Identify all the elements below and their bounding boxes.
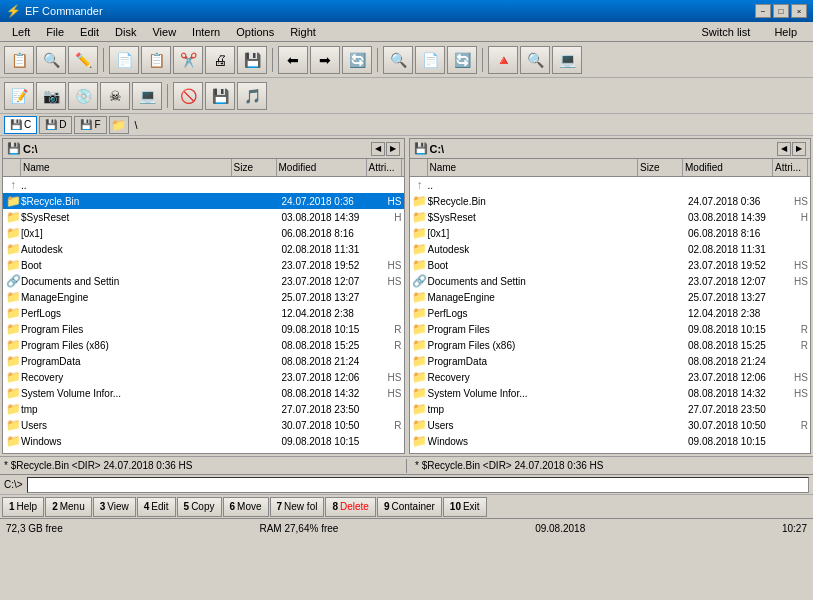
- right-col-name[interactable]: Name: [428, 159, 639, 176]
- file-row[interactable]: 📁 tmp 27.07.2018 23:50: [410, 401, 811, 417]
- file-row[interactable]: 📁 System Volume Infor... 08.08.2018 14:3…: [3, 385, 404, 401]
- drive-c-button[interactable]: 💾 C: [4, 116, 37, 134]
- file-row[interactable]: 📁 Program Files 09.08.2018 10:15 R: [410, 321, 811, 337]
- menu-item-intern[interactable]: Intern: [184, 24, 228, 40]
- close-button[interactable]: ×: [791, 4, 807, 18]
- file-row-up[interactable]: ↑ ..: [410, 177, 811, 193]
- cmd-move-button[interactable]: 6Move: [223, 497, 269, 517]
- drive-d-button[interactable]: 💾 D: [39, 116, 72, 134]
- menu-item-file[interactable]: File: [38, 24, 72, 40]
- menu-item-options[interactable]: Options: [228, 24, 282, 40]
- tb-sync-button[interactable]: 🔄: [447, 46, 477, 74]
- menu-item-right[interactable]: Right: [282, 24, 324, 40]
- tb-back-button[interactable]: ⬅: [278, 46, 308, 74]
- tb-search2-button[interactable]: 🔍: [520, 46, 550, 74]
- tb-refresh-button[interactable]: 🔄: [342, 46, 372, 74]
- menu-item-left[interactable]: Left: [4, 24, 38, 40]
- help-button[interactable]: Help: [766, 24, 805, 40]
- file-row[interactable]: 📁 PerfLogs 12.04.2018 2:38: [410, 305, 811, 321]
- tb2-block-button[interactable]: 🚫: [173, 82, 203, 110]
- file-row[interactable]: 🔗 Documents and Settin 23.07.2018 12:07 …: [3, 273, 404, 289]
- cmd-help-button[interactable]: 1Help: [2, 497, 44, 517]
- cmd-menu-button[interactable]: 2Menu: [45, 497, 92, 517]
- path-input[interactable]: [27, 477, 809, 493]
- right-scroll-left[interactable]: ◀: [777, 142, 791, 156]
- file-row[interactable]: 📁 ProgramData 08.08.2018 21:24: [410, 353, 811, 369]
- tb-search-button[interactable]: 🔍: [36, 46, 66, 74]
- tb2-music-button[interactable]: 🎵: [237, 82, 267, 110]
- tb-find-button[interactable]: 🔍: [383, 46, 413, 74]
- right-col-attr[interactable]: Attri...: [773, 159, 808, 176]
- left-scroll-right[interactable]: ▶: [386, 142, 400, 156]
- cmd-copy-button[interactable]: 5Copy: [177, 497, 222, 517]
- file-row[interactable]: 📁 Boot 23.07.2018 19:52 HS: [410, 257, 811, 273]
- right-col-modified[interactable]: Modified: [683, 159, 773, 176]
- file-row[interactable]: 📁 $Recycle.Bin 24.07.2018 0:36 HS: [3, 193, 404, 209]
- tb2-disk-button[interactable]: 💿: [68, 82, 98, 110]
- file-row[interactable]: 📁 tmp 27.07.2018 23:50: [3, 401, 404, 417]
- menu-item-disk[interactable]: Disk: [107, 24, 144, 40]
- file-row[interactable]: 📁 Users 30.07.2018 10:50 R: [410, 417, 811, 433]
- tb-save-button[interactable]: 💾: [237, 46, 267, 74]
- file-row[interactable]: 📁 Program Files (x86) 08.08.2018 15:25 R: [410, 337, 811, 353]
- cmd-exit-button[interactable]: 10Exit: [443, 497, 487, 517]
- left-col-icon[interactable]: [5, 159, 21, 176]
- tb2-pc-button[interactable]: 💻: [132, 82, 162, 110]
- file-row[interactable]: 📁 Windows 09.08.2018 10:15: [3, 433, 404, 449]
- maximize-button[interactable]: □: [773, 4, 789, 18]
- cmd-view-button[interactable]: 3View: [93, 497, 136, 517]
- file-row[interactable]: 📁 ManageEngine 25.07.2018 13:27: [3, 289, 404, 305]
- left-scroll-left[interactable]: ◀: [371, 142, 385, 156]
- tb-copy-button[interactable]: 📋: [4, 46, 34, 74]
- file-row[interactable]: 📁 ProgramData 08.08.2018 21:24: [3, 353, 404, 369]
- cmd-delete-button[interactable]: 8Delete: [325, 497, 375, 517]
- tb2-save2-button[interactable]: 💾: [205, 82, 235, 110]
- left-col-modified[interactable]: Modified: [277, 159, 367, 176]
- tb2-skull-button[interactable]: ☠: [100, 82, 130, 110]
- file-row[interactable]: 🔗 Documents and Settin 23.07.2018 12:07 …: [410, 273, 811, 289]
- tb-edit-button[interactable]: ✏️: [68, 46, 98, 74]
- file-row[interactable]: 📁 $SysReset 03.08.2018 14:39 H: [410, 209, 811, 225]
- left-col-name[interactable]: Name: [21, 159, 232, 176]
- drive-f-button[interactable]: 💾 F: [74, 116, 106, 134]
- tb-new-button[interactable]: 📄: [109, 46, 139, 74]
- file-row[interactable]: 📁 ManageEngine 25.07.2018 13:27: [410, 289, 811, 305]
- file-row[interactable]: 📁 Program Files 09.08.2018 10:15 R: [3, 321, 404, 337]
- file-row[interactable]: 📁 Boot 23.07.2018 19:52 HS: [3, 257, 404, 273]
- file-row[interactable]: 📁 PerfLogs 12.04.2018 2:38: [3, 305, 404, 321]
- file-row[interactable]: 📁 Recovery 23.07.2018 12:06 HS: [410, 369, 811, 385]
- file-row[interactable]: 📁 Windows 09.08.2018 10:15: [410, 433, 811, 449]
- tb-forward-button[interactable]: ➡: [310, 46, 340, 74]
- minimize-button[interactable]: −: [755, 4, 771, 18]
- switch-list-button[interactable]: Switch list: [693, 24, 758, 40]
- file-row[interactable]: 📁 Recovery 23.07.2018 12:06 HS: [3, 369, 404, 385]
- file-row[interactable]: 📁 Autodesk 02.08.2018 11:31: [3, 241, 404, 257]
- file-row[interactable]: 📁 Users 30.07.2018 10:50 R: [3, 417, 404, 433]
- file-row-up[interactable]: ↑ ..: [3, 177, 404, 193]
- right-scroll-right[interactable]: ▶: [792, 142, 806, 156]
- tb-cut-button[interactable]: ✂️: [173, 46, 203, 74]
- tb-up-button[interactable]: 🔺: [488, 46, 518, 74]
- drive-folder-button[interactable]: 📁: [109, 116, 129, 134]
- file-row[interactable]: 📁 [0x1] 06.08.2018 8:16: [410, 225, 811, 241]
- file-row[interactable]: 📁 $Recycle.Bin 24.07.2018 0:36 HS: [410, 193, 811, 209]
- tb-doc-button[interactable]: 📄: [415, 46, 445, 74]
- file-row[interactable]: 📁 [0x1] 06.08.2018 8:16: [3, 225, 404, 241]
- cmd-container-button[interactable]: 9Container: [377, 497, 442, 517]
- tb-print-button[interactable]: 🖨: [205, 46, 235, 74]
- file-row[interactable]: 📁 Autodesk 02.08.2018 11:31: [410, 241, 811, 257]
- tb-copy2-button[interactable]: 📋: [141, 46, 171, 74]
- file-row[interactable]: 📁 $SysReset 03.08.2018 14:39 H: [3, 209, 404, 225]
- cmd-edit-button[interactable]: 4Edit: [137, 497, 176, 517]
- menu-item-edit[interactable]: Edit: [72, 24, 107, 40]
- right-col-icon[interactable]: [412, 159, 428, 176]
- right-col-size[interactable]: Size: [638, 159, 683, 176]
- file-row[interactable]: 📁 Program Files (x86) 08.08.2018 15:25 R: [3, 337, 404, 353]
- left-col-size[interactable]: Size: [232, 159, 277, 176]
- tb-terminal-button[interactable]: 💻: [552, 46, 582, 74]
- file-row[interactable]: 📁 System Volume Infor... 08.08.2018 14:3…: [410, 385, 811, 401]
- tb2-camera-button[interactable]: 📷: [36, 82, 66, 110]
- menu-item-view[interactable]: View: [144, 24, 184, 40]
- left-col-attr[interactable]: Attri...: [367, 159, 402, 176]
- tb2-notepad-button[interactable]: 📝: [4, 82, 34, 110]
